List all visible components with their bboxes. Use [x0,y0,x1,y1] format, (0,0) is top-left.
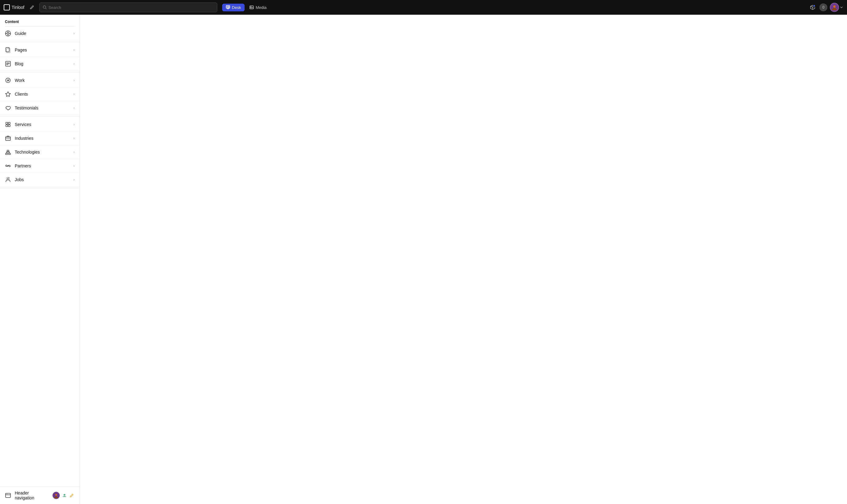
blog-icon [5,61,11,67]
sidebar-item-guide[interactable]: Guide › [0,27,80,40]
chevron-down-icon [840,5,843,9]
sidebar-item-testimonials[interactable]: Testimonials › [0,101,80,115]
search-bar[interactable] [39,2,217,12]
box-icon-button[interactable] [808,3,817,12]
sidebar-item-work[interactable]: Work › [0,74,80,87]
jobs-chevron-icon: › [73,178,74,182]
edit-icon [30,5,34,10]
logo[interactable]: Tinloof [4,4,24,11]
svg-rect-20 [5,137,11,140]
tab-desk-label: Desk [232,5,241,10]
sidebar-item-clients-label: Clients [15,92,70,96]
svg-point-6 [250,6,251,7]
logo-label: Tinloof [12,5,24,10]
sidebar-item-partners-label: Partners [15,163,70,168]
testimonials-icon [5,105,11,111]
industries-chevron-icon: › [73,136,74,140]
svg-rect-17 [8,122,10,124]
bottom-avatar-image [53,492,59,499]
bottom-item-actions [52,492,74,499]
divider-after-testimonials [0,116,80,116]
svg-point-11 [7,33,9,34]
bottom-item-upload-button[interactable] [62,493,67,498]
svg-rect-3 [228,6,229,7]
tab-media-label: Media [256,5,266,10]
topnav-right: 0 [808,3,843,12]
sidebar-item-blog[interactable]: Blog › [0,57,80,71]
svg-rect-5 [250,6,254,9]
avatar-image [830,3,839,12]
partners-icon [5,163,11,169]
divider-after-guide [0,42,80,42]
top-navigation: Tinloof Desk [0,0,847,15]
edit-button[interactable] [28,4,36,11]
guide-icon [5,30,11,36]
sidebar-item-services-label: Services [15,122,70,127]
header-nav-icon [5,492,11,499]
sidebar-item-industries-label: Industries [15,136,70,141]
notification-badge[interactable]: 0 [819,3,827,11]
svg-rect-2 [226,6,228,8]
pages-icon [5,47,11,53]
logo-icon [4,4,10,11]
user-avatar [830,3,839,12]
svg-rect-16 [6,122,8,124]
main-layout: Content Guide › [0,15,847,504]
clients-icon [5,91,11,97]
sidebar-item-work-label: Work [15,78,70,83]
sidebar-item-industries[interactable]: Industries › [0,131,80,145]
sidebar-item-jobs[interactable]: Jobs › [0,173,80,187]
sidebar-item-pages[interactable]: Pages › [0,43,80,57]
media-icon [249,5,254,10]
sidebar: Content Guide › [0,15,80,504]
tab-media[interactable]: Media [246,4,270,11]
upload-icon [62,493,67,498]
work-chevron-icon: › [73,78,74,83]
user-avatar-dropdown[interactable] [830,3,843,12]
svg-rect-19 [8,125,10,127]
divider-after-blog [0,72,80,72]
clients-chevron-icon: › [73,92,74,96]
bottom-item-avatar [52,492,60,499]
search-input[interactable] [49,5,213,10]
sidebar-item-technologies-label: Technologies [15,150,70,155]
notification-count: 0 [823,5,825,10]
work-icon [5,77,11,84]
sidebar-item-guide-label: Guide [15,31,70,36]
tab-desk[interactable]: Desk [222,4,245,11]
sidebar-item-technologies[interactable]: Technologies › [0,145,80,159]
bottom-item-edit-button[interactable] [69,493,74,498]
sidebar-item-clients[interactable]: Clients › [0,87,80,101]
svg-rect-22 [6,152,10,153]
jobs-icon [5,177,11,183]
svg-point-7 [813,5,815,7]
divider-after-jobs [0,188,80,188]
technologies-chevron-icon: › [73,150,74,154]
services-chevron-icon: › [73,122,74,127]
svg-rect-12 [6,48,9,52]
search-icon [43,5,47,10]
partners-chevron-icon: › [73,164,74,168]
sidebar-item-services[interactable]: Services › [0,118,80,131]
nav-tabs: Desk Media [222,4,270,11]
sidebar-item-pages-label: Pages [15,48,70,52]
sidebar-item-header-navigation-label: Header navigation [15,490,49,500]
svg-rect-4 [228,7,229,8]
sidebar-item-blog-label: Blog [15,61,70,66]
svg-rect-18 [6,125,8,127]
technologies-icon [5,149,11,155]
package-icon [810,5,815,10]
sidebar-item-header-navigation[interactable]: Header navigation [0,487,80,504]
pencil-icon [70,493,74,498]
industries-icon [5,135,11,141]
sidebar-item-testimonials-label: Testimonials [15,106,70,110]
main-content [80,15,847,504]
svg-point-26 [55,494,57,496]
desk-icon [226,5,230,10]
sidebar-item-partners[interactable]: Partners › [0,159,80,173]
testimonials-chevron-icon: › [73,106,74,110]
sidebar-section-title: Content [0,15,80,26]
svg-rect-21 [5,153,11,155]
pages-chevron-icon: › [73,48,74,52]
guide-chevron-icon: › [73,31,74,36]
